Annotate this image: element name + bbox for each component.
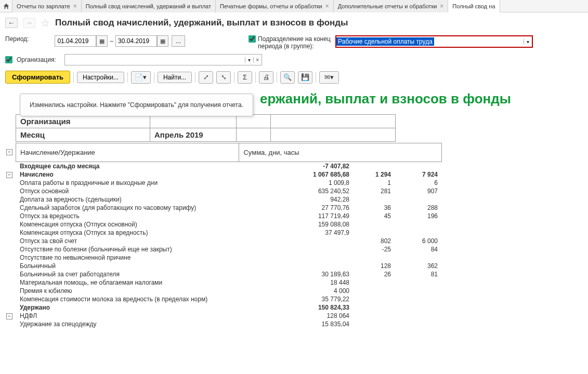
date-from-input[interactable] (55, 35, 96, 47)
month-cell-value: Апрель 2019 (150, 128, 237, 142)
row-label: Больничный (16, 262, 239, 270)
dept-select[interactable]: Рабочие сдельной оплаты труда ▾ (335, 35, 533, 48)
period-more-button[interactable]: ... (172, 35, 185, 47)
favorite-star-icon[interactable]: ☆ (41, 17, 50, 29)
row-days (354, 295, 395, 303)
find-button[interactable]: Найти... (158, 72, 192, 83)
row-days: 128 (354, 262, 395, 270)
settings-button[interactable]: Настройки... (77, 72, 124, 83)
row-sum: 4 000 (239, 287, 354, 295)
row-label: Удержано (16, 303, 239, 312)
org-select[interactable]: ▾ × (64, 54, 262, 65)
tab-label: Печатные формы, отчеты и обработки (220, 3, 322, 9)
nav-forward-button[interactable]: → (23, 18, 35, 28)
table-row: Доплата за вредность (сдельщики)942,28 (16, 195, 442, 204)
close-icon[interactable]: × (73, 3, 77, 10)
row-hours (395, 287, 442, 295)
row-sum: 128 064 (239, 312, 354, 320)
row-label: Отпуск за свой счет (16, 237, 239, 245)
row-days (354, 229, 395, 237)
month-cell-label: Месяц (16, 128, 150, 142)
row-label: Компенсация стоимости молока за вредност… (16, 295, 239, 303)
tab-3[interactable]: Дополнительные отчеты и обработки× (334, 0, 449, 12)
row-sum: 635 240,52 (239, 187, 354, 195)
row-sum: 150 824,33 (239, 303, 354, 312)
collapse-icon[interactable]: ⤡ (216, 71, 231, 84)
row-days (354, 320, 395, 328)
report-data: Входящее сальдо месяца-7 407,82Начислено… (16, 162, 583, 328)
row-sum: 942,28 (239, 195, 354, 204)
collapse-toggle[interactable]: − (6, 172, 12, 178)
org-checkbox[interactable] (5, 56, 12, 63)
nav-back-button[interactable]: ← (5, 18, 18, 28)
row-hours (395, 195, 442, 204)
sum-icon[interactable]: Σ (238, 71, 252, 84)
clear-icon[interactable]: × (253, 57, 262, 63)
table-row: Больничный за счет работодателя30 189,63… (16, 270, 442, 278)
row-sum: 159 088,08 (239, 220, 354, 229)
table-row: Отпуск за вредность117 719,4945196 (16, 212, 442, 220)
header-row: ← → ☆ Полный свод начислений, удержаний,… (0, 12, 588, 33)
copy-menu-button[interactable]: 📄▾ (131, 71, 151, 84)
row-label: Материальная помощь, не облагаемая налог… (16, 278, 239, 287)
row-label: Отпуск за вредность (16, 212, 239, 220)
row-hours: 288 (395, 204, 442, 212)
dept-label: Подразделение на конец периода (в группе… (258, 35, 333, 50)
page-title: Полный свод начислений, удержаний, выпла… (55, 18, 348, 28)
tooltip: Изменились настройки. Нажмите "Сформиров… (20, 94, 253, 116)
row-label: Отсутствие по болезни (больничный еще не… (16, 245, 239, 253)
table-row: Премия к юбилею4 000 (16, 287, 442, 295)
expand-icon[interactable]: ⤢ (199, 71, 213, 84)
save-icon[interactable]: 💾 (298, 71, 312, 84)
row-label: Компенсация отпуска (Отпуск за вредность… (16, 229, 239, 237)
period-label: Период: (5, 35, 29, 43)
org-cell-label: Организация (16, 115, 150, 128)
row-hours: 362 (395, 262, 442, 270)
row-days (354, 287, 395, 295)
table-row: Начислено1 067 685,681 2947 924 (16, 170, 442, 179)
toolbar: Сформировать Настройки... 📄▾ Найти... ⤢ … (0, 68, 588, 87)
row-days (354, 220, 395, 229)
chevron-down-icon[interactable]: ▾ (245, 57, 253, 63)
dept-checkbox[interactable] (249, 35, 256, 43)
row-sum: 30 189,63 (239, 270, 354, 278)
row-hours (395, 303, 442, 312)
tab-1[interactable]: Полный свод начислений, удержаний и выпл… (82, 0, 216, 12)
tab-4[interactable]: Полный свод на (448, 0, 500, 12)
row-days: 45 (354, 212, 395, 220)
report-header-table: Начисление/Удержание Сумма, дни, часы (16, 143, 442, 162)
tab-2[interactable]: Печатные формы, отчеты и обработки× (216, 0, 334, 12)
tab-bar: Отчеты по зарплате× Полный свод начислен… (0, 0, 588, 12)
row-sum: 18 448 (239, 278, 354, 287)
collapse-toggle[interactable]: − (6, 313, 12, 319)
table-row: Отпуск основной635 240,52281907 (16, 187, 442, 195)
calendar-icon[interactable]: ▦ (157, 35, 168, 47)
form-button[interactable]: Сформировать (5, 71, 70, 84)
collapse-toggle[interactable]: − (6, 149, 12, 155)
row-hours: 6 000 (395, 237, 442, 245)
table-row: Удержано150 824,33 (16, 303, 442, 312)
row-days: -25 (354, 245, 395, 253)
row-label: Отпуск основной (16, 187, 239, 195)
close-icon[interactable]: × (440, 3, 443, 10)
org-cell-value (150, 115, 237, 128)
table-row: Материальная помощь, не облагаемая налог… (16, 278, 442, 287)
row-sum: 35 779,22 (239, 295, 354, 303)
dash: – (108, 37, 115, 45)
mail-menu-button[interactable]: ✉▾ (319, 71, 339, 84)
chevron-down-icon[interactable]: ▾ (524, 39, 532, 45)
preview-icon[interactable]: 🔍 (280, 71, 295, 84)
home-button[interactable] (0, 0, 12, 12)
tab-0[interactable]: Отчеты по зарплате× (12, 0, 82, 12)
row-hours (395, 162, 442, 170)
date-to-input[interactable] (115, 35, 157, 47)
print-icon[interactable]: 🖨 (259, 71, 273, 84)
row-sum (239, 262, 354, 270)
row-sum (239, 245, 354, 253)
table-row: Сдельный заработок (для работающих по ча… (16, 204, 442, 212)
close-icon[interactable]: × (325, 3, 329, 10)
row-hours (395, 320, 442, 328)
calendar-icon[interactable]: ▦ (96, 35, 108, 47)
row-days: 1 294 (354, 170, 395, 179)
row-label: Отсутствие по невыясненной причине (16, 253, 239, 262)
